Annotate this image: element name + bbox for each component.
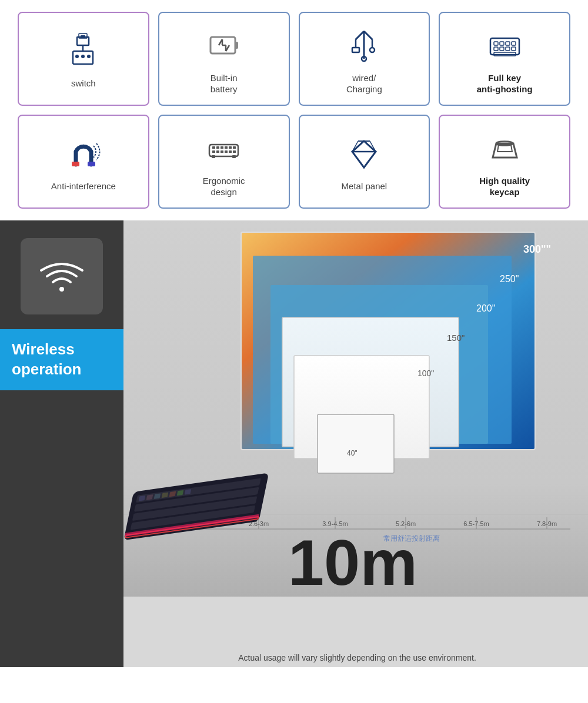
svg-text:250": 250" [500,274,519,284]
feature-card-battery: Built-in battery [158,12,290,106]
ergonomic-label: Ergonomic design [203,175,245,198]
svg-rect-36 [232,155,236,158]
wired-label: wired/ Charging [346,72,382,95]
svg-rect-38 [216,146,219,149]
keyboard-icon [484,25,525,66]
svg-rect-31 [512,47,516,51]
svg-rect-24 [494,42,498,45]
switch-icon [63,31,104,72]
svg-rect-41 [229,146,232,149]
svg-line-51 [352,141,364,152]
svg-rect-35 [212,155,215,158]
svg-rect-46 [225,150,228,153]
feature-card-keycap: High quality keycap [439,115,570,209]
svg-rect-39 [220,146,223,149]
wireless-label: Wireless operation [0,329,123,390]
svg-rect-34 [88,162,95,166]
wifi-box [21,238,103,314]
svg-rect-74 [318,414,394,473]
svg-rect-42 [233,146,236,149]
feature-card-ergonomic: Ergonomic design [158,115,290,209]
svg-point-21 [370,48,375,52]
magnet-icon [63,133,104,175]
metal-label: Metal panel [342,180,387,192]
feature-card-antighosting: Full key anti-ghosting [439,12,570,106]
battery-label: Built-in battery [211,72,238,95]
antighosting-label: Full key anti-ghosting [477,72,533,95]
svg-rect-48 [233,150,236,153]
svg-text:150": 150" [447,333,465,343]
interference-label: Anti-interference [51,180,116,192]
svg-rect-27 [512,42,516,45]
svg-line-16 [356,31,364,39]
keycap-label: High quality keycap [479,175,530,198]
svg-rect-28 [494,47,498,51]
features-grid: switch Built-in battery [18,12,570,209]
actual-usage-text: Actual usage will vary slightly dependin… [126,653,588,662]
svg-rect-45 [220,150,223,153]
svg-point-5 [81,55,85,58]
svg-text:300"": 300"" [523,243,551,255]
svg-rect-29 [500,47,504,51]
svg-rect-44 [216,150,219,153]
keycap-icon [484,128,525,169]
svg-point-4 [75,55,79,58]
switch-label: switch [71,78,96,89]
svg-point-6 [87,55,91,58]
svg-rect-43 [212,150,215,153]
svg-rect-19 [352,48,359,52]
svg-text:40": 40" [347,449,358,457]
battery-icon [203,25,245,66]
svg-rect-26 [506,42,510,45]
usb-icon [343,25,385,66]
svg-rect-9 [235,42,238,49]
feature-card-wired: wired/ Charging [299,12,430,106]
feature-card-interference: Anti-interference [18,115,149,209]
projection-screens-svg: 300"" 250" 200" 150" 100" 40" 1-2m 2.6-3… [123,220,588,597]
svg-rect-37 [212,146,215,149]
svg-line-52 [364,141,376,152]
svg-rect-33 [72,162,79,166]
dark-panel: Wireless operation [0,220,123,667]
svg-rect-30 [506,47,510,51]
svg-rect-47 [229,150,232,153]
features-section: switch Built-in battery [0,0,588,220]
svg-text:100": 100" [417,369,434,378]
wireless-section: Wireless operation [0,220,588,667]
svg-rect-40 [225,146,228,149]
svg-text:200": 200" [476,303,495,313]
ergonomic-icon [203,128,245,169]
feature-card-metal: Metal panel [299,115,430,209]
svg-text:10m: 10m [288,526,417,597]
svg-rect-25 [500,42,504,45]
diamond-icon [343,133,385,175]
feature-card-switch: switch [18,12,149,106]
svg-point-58 [59,287,64,292]
svg-line-17 [364,31,372,39]
